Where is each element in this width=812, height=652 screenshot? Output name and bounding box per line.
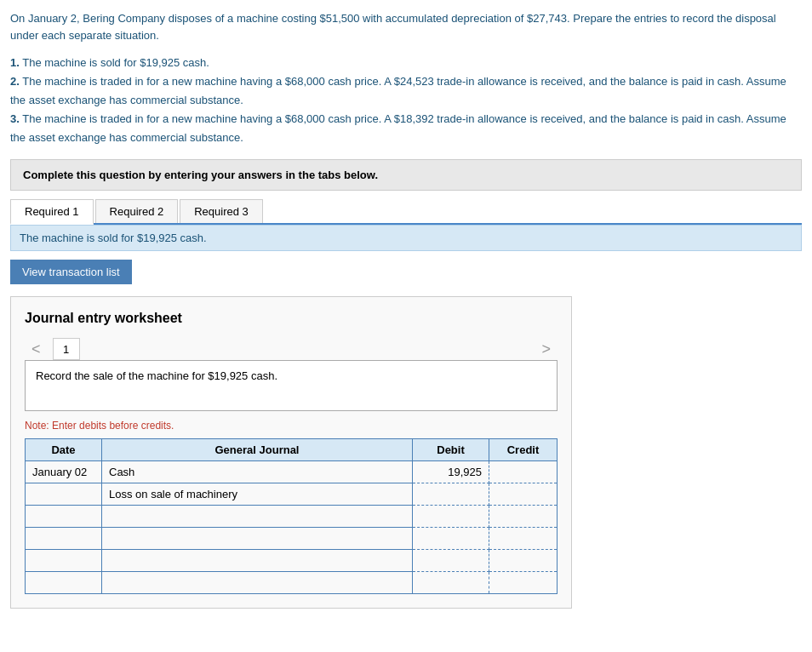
row6-date — [26, 572, 102, 594]
scenario-3: 3. The machine is traded in for a new ma… — [10, 110, 802, 147]
table-row — [26, 528, 558, 550]
row1-credit[interactable] — [489, 461, 558, 483]
row5-gj[interactable] — [102, 550, 413, 572]
next-arrow[interactable]: > — [535, 340, 558, 358]
row5-credit[interactable] — [489, 550, 558, 572]
prev-arrow[interactable]: < — [25, 340, 48, 358]
row3-date — [26, 506, 102, 528]
tab-required-2[interactable]: Required 2 — [95, 199, 179, 223]
view-transaction-button[interactable]: View transaction list — [10, 260, 132, 284]
col-header-gj: General Journal — [102, 439, 413, 461]
row3-gj[interactable] — [102, 506, 413, 528]
record-description: Record the sale of the machine for $19,9… — [25, 360, 558, 411]
col-header-credit: Credit — [489, 439, 558, 461]
intro-text: On January 2, Bering Company disposes of… — [10, 10, 802, 43]
row5-debit[interactable] — [413, 550, 489, 572]
row2-date — [26, 483, 102, 506]
page-number: 1 — [53, 338, 80, 360]
complete-banner: Complete this question by entering your … — [10, 159, 802, 191]
row3-debit[interactable] — [413, 506, 489, 528]
table-row — [26, 572, 558, 594]
row1-gj[interactable]: Cash — [102, 461, 413, 483]
row6-debit[interactable] — [413, 572, 489, 594]
scenario-2: 2. The machine is traded in for a new ma… — [10, 72, 802, 110]
tab-required-1[interactable]: Required 1 — [10, 199, 94, 225]
row1-date: January 02 — [26, 461, 102, 483]
journal-table: Date General Journal Debit Credit Januar… — [25, 438, 558, 594]
col-header-debit: Debit — [413, 439, 489, 461]
scenario-1: 1. The machine is sold for $19,925 cash. — [10, 54, 802, 72]
journal-worksheet: Journal entry worksheet < 1 > Record the… — [10, 296, 572, 609]
note-text: Note: Enter debits before credits. — [25, 420, 558, 432]
row5-date — [26, 550, 102, 572]
journal-title: Journal entry worksheet — [25, 311, 558, 326]
row2-debit[interactable] — [413, 483, 489, 506]
row2-gj[interactable]: Loss on sale of machinery — [102, 483, 413, 506]
tab-required-3[interactable]: Required 3 — [180, 199, 263, 223]
row4-debit[interactable] — [413, 528, 489, 550]
row4-gj[interactable] — [102, 528, 413, 550]
row2-credit[interactable] — [489, 483, 558, 506]
row4-date — [26, 528, 102, 550]
row1-debit[interactable]: 19,925 — [413, 461, 489, 483]
row6-gj[interactable] — [102, 572, 413, 594]
tabs-container: Required 1 Required 2 Required 3 — [10, 199, 802, 225]
col-header-date: Date — [26, 439, 102, 461]
nav-row: < 1 > — [25, 338, 558, 360]
row4-credit[interactable] — [489, 528, 558, 550]
table-row: Loss on sale of machinery — [26, 483, 558, 506]
table-row: January 02 Cash 19,925 — [26, 461, 558, 483]
table-row — [26, 506, 558, 528]
scenario-list: 1. The machine is sold for $19,925 cash.… — [10, 54, 802, 147]
table-row — [26, 550, 558, 572]
row6-credit[interactable] — [489, 572, 558, 594]
row3-credit[interactable] — [489, 506, 558, 528]
tab-content-banner: The machine is sold for $19,925 cash. — [10, 225, 802, 251]
